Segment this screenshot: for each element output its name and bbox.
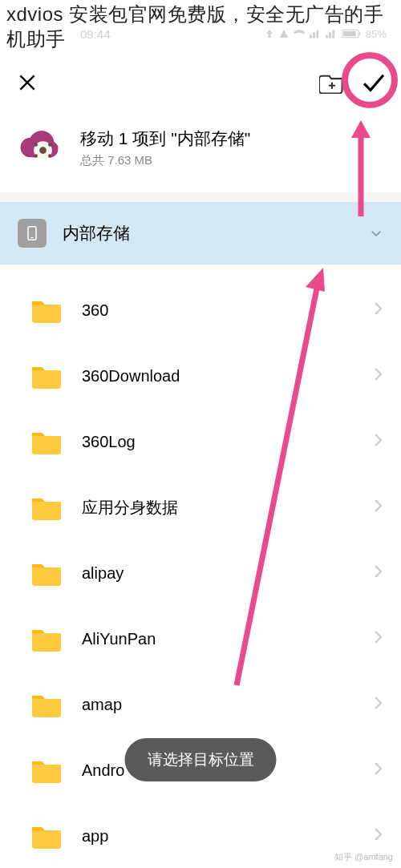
chevron-right-icon xyxy=(374,365,383,386)
folder-name: amap xyxy=(82,696,354,714)
svg-point-8 xyxy=(48,154,51,157)
folder-name: app xyxy=(82,827,354,846)
folder-icon xyxy=(30,362,63,390)
svg-rect-10 xyxy=(30,237,33,238)
folder-row[interactable]: amap xyxy=(0,672,401,737)
chevron-right-icon xyxy=(374,497,383,518)
svg-point-5 xyxy=(34,143,38,146)
folder-name: 360Download xyxy=(82,367,354,386)
folder-name: alipay xyxy=(82,564,354,583)
page-overlay-title: xdvios 安装包官网免费版，安全无广告的手机助手 xyxy=(6,2,401,51)
svg-point-6 xyxy=(48,143,51,146)
chevron-right-icon xyxy=(374,628,383,649)
svg-point-4 xyxy=(39,147,47,154)
chevron-right-icon xyxy=(374,760,383,781)
folder-row[interactable]: 360 xyxy=(0,277,401,343)
chevron-right-icon xyxy=(374,826,383,846)
chevron-right-icon xyxy=(374,563,383,583)
folder-icon xyxy=(30,625,63,652)
phone-icon xyxy=(18,219,47,248)
new-folder-icon xyxy=(319,71,345,93)
folder-icon xyxy=(30,494,63,521)
folder-name: 360Log xyxy=(82,433,354,451)
folder-icon xyxy=(30,757,63,784)
folder-icon xyxy=(30,559,63,587)
close-icon xyxy=(17,72,38,93)
check-icon xyxy=(361,70,387,95)
move-subtitle: 总共 7.63 MB xyxy=(80,153,383,168)
file-type-icon xyxy=(18,125,63,170)
folder-row[interactable]: alipay xyxy=(0,540,401,606)
chevron-right-icon xyxy=(374,694,383,715)
move-header: 移动 1 项到 "内部存储" 总共 7.63 MB xyxy=(0,115,401,188)
folder-row[interactable]: 360Log xyxy=(0,409,401,474)
folder-icon xyxy=(30,428,63,455)
storage-location-row[interactable]: 内部存储 xyxy=(0,202,401,264)
svg-point-7 xyxy=(34,154,38,157)
folder-name: 应用分身数据 xyxy=(82,497,354,519)
folder-row[interactable]: 应用分身数据 xyxy=(0,474,401,540)
folder-icon xyxy=(30,297,63,324)
watermark: 知乎 @amfang xyxy=(334,851,393,863)
close-button[interactable] xyxy=(14,70,40,95)
folder-row[interactable]: 360Download xyxy=(0,343,401,409)
toast-message: 请选择目标位置 xyxy=(125,738,277,781)
new-folder-button[interactable] xyxy=(319,70,345,95)
move-title: 移动 1 项到 "内部存储" xyxy=(80,127,383,150)
folder-name: AliYunPan xyxy=(82,630,354,648)
chevron-down-icon xyxy=(369,226,383,240)
folder-icon xyxy=(30,691,63,718)
section-divider xyxy=(0,192,401,202)
folder-name: 360 xyxy=(82,301,354,320)
top-bar xyxy=(0,63,401,103)
confirm-button[interactable] xyxy=(361,70,387,95)
chevron-right-icon xyxy=(374,431,383,452)
folder-icon xyxy=(30,822,63,850)
folder-row[interactable]: AliYunPan xyxy=(0,606,401,672)
chevron-right-icon xyxy=(374,300,383,321)
storage-label: 内部存储 xyxy=(63,222,353,244)
